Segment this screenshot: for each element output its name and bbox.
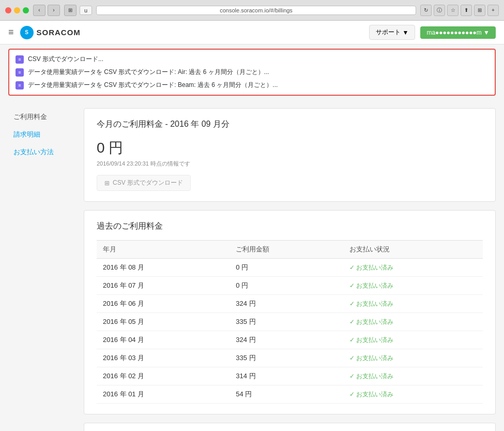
- csv-download-button[interactable]: ⊞ CSV 形式でダウンロード: [97, 175, 191, 191]
- sidebar-item-usage-fee[interactable]: ご利用料金: [8, 108, 75, 126]
- current-billing-card: 今月のご利用料金 - 2016 年 09 月分 0 円 2016/09/14 2…: [84, 108, 496, 202]
- notification-dropdown: ≡ CSV 形式でダウンロード... ≡ データ使用量実績データを CSV 形式…: [8, 49, 496, 96]
- logo-icon: S: [20, 26, 34, 39]
- notification-icon-1: ≡: [16, 55, 24, 64]
- sidebar: ご利用料金 請求明細 お支払い方法: [8, 108, 75, 431]
- share-button[interactable]: ⬆: [461, 5, 472, 16]
- address-bar[interactable]: console.soracom.io/#/billings: [96, 6, 416, 15]
- past-billing-card: 過去のご利用料金 年月 ご利用金額 お支払い状況 2016 年 08 月 0: [84, 210, 496, 414]
- cell-status-2: ✓ お支払い済み: [343, 295, 483, 313]
- close-button[interactable]: [5, 7, 11, 13]
- csv-icon: ⊞: [104, 180, 110, 187]
- cell-status-5: ✓ お支払い済み: [343, 349, 483, 367]
- cell-amount-5: 335 円: [230, 349, 343, 367]
- cell-month-2: 2016 年 06 月: [97, 295, 230, 313]
- notification-item-3[interactable]: ≡ データ使用量実績データを CSV 形式でダウンロード: Beam: 過去 6…: [9, 79, 495, 92]
- notification-item-2[interactable]: ≡ データ使用量実績データを CSV 形式でダウンロード: Air: 過去 6 …: [9, 66, 495, 79]
- notification-icon-3: ≡: [16, 81, 24, 90]
- cell-month-5: 2016 年 03 月: [97, 349, 230, 367]
- hamburger-menu[interactable]: ≡: [8, 27, 14, 38]
- billing-table: 年月 ご利用金額 お支払い状況 2016 年 08 月 0 円 ✓ お支払い済み…: [97, 240, 483, 404]
- browser-actions: ↻ ⓘ ☆ ⬆ ⊞ +: [420, 5, 499, 16]
- minimize-button[interactable]: [14, 7, 20, 13]
- maximize-button[interactable]: [23, 7, 29, 13]
- data-download-section: データ使用量実績データを CSV 形式でダウンロード Air 過去 6 ヶ月間分…: [84, 423, 496, 431]
- browser-tab[interactable]: u: [80, 6, 92, 15]
- sidebar-item-payment-method[interactable]: お支払い方法: [8, 143, 75, 161]
- table-row: 2016 年 05 月 335 円 ✓ お支払い済み: [97, 313, 483, 331]
- content-wrapper: ご利用料金 請求明細 お支払い方法 今月のご利用料金 - 2016 年 09 月…: [0, 100, 504, 431]
- current-billing-amount: 0 円: [97, 138, 483, 158]
- table-row: 2016 年 07 月 0 円 ✓ お支払い済み: [97, 277, 483, 295]
- current-billing-note: 2016/09/14 23:20:31 時点の情報です: [97, 160, 483, 168]
- refresh-button[interactable]: ↻: [420, 5, 432, 16]
- cell-month-7: 2016 年 01 月: [97, 385, 230, 404]
- cell-amount-7: 54 円: [230, 385, 343, 404]
- cell-amount-2: 324 円: [230, 295, 343, 313]
- cell-amount-1: 0 円: [230, 277, 343, 295]
- col-month: 年月: [97, 241, 230, 259]
- logo-text: SORACOM: [37, 28, 81, 37]
- cell-month-6: 2016 年 02 月: [97, 367, 230, 385]
- notification-icon-2: ≡: [16, 68, 24, 77]
- page-icon: ⊞: [64, 5, 77, 16]
- cell-amount-0: 0 円: [230, 259, 343, 277]
- browser-nav: ‹ ›: [33, 5, 60, 16]
- cell-month-4: 2016 年 04 月: [97, 331, 230, 349]
- traffic-lights: [5, 7, 29, 13]
- back-button[interactable]: ‹: [33, 5, 45, 16]
- cell-status-4: ✓ お支払い済み: [343, 331, 483, 349]
- table-row: 2016 年 02 月 314 円 ✓ お支払い済み: [97, 367, 483, 385]
- main-panel: 今月のご利用料金 - 2016 年 09 月分 0 円 2016/09/14 2…: [84, 108, 496, 431]
- cell-amount-4: 324 円: [230, 331, 343, 349]
- cell-amount-6: 314 円: [230, 367, 343, 385]
- cell-amount-3: 335 円: [230, 313, 343, 331]
- col-amount: ご利用金額: [230, 241, 343, 259]
- support-button[interactable]: サポート ▼: [369, 25, 416, 40]
- table-header-row: 年月 ご利用金額 お支払い状況: [97, 241, 483, 259]
- billing-table-wrapper: 年月 ご利用金額 お支払い状況 2016 年 08 月 0 円 ✓ お支払い済み…: [97, 240, 483, 404]
- cell-month-3: 2016 年 05 月: [97, 313, 230, 331]
- current-billing-title: 今月のご利用料金 - 2016 年 09 月分: [97, 119, 483, 130]
- sidebar-item-billing-detail[interactable]: 請求明細: [8, 126, 75, 143]
- info-button[interactable]: ⓘ: [434, 5, 445, 16]
- table-row: 2016 年 06 月 324 円 ✓ お支払い済み: [97, 295, 483, 313]
- user-menu-button[interactable]: ma●●●●●●●●●●●m ▼: [420, 26, 496, 39]
- table-row: 2016 年 01 月 54 円 ✓ お支払い済み: [97, 385, 483, 404]
- cell-status-0: ✓ お支払い済み: [343, 259, 483, 277]
- cell-status-3: ✓ お支払い済み: [343, 313, 483, 331]
- cell-month-1: 2016 年 07 月: [97, 277, 230, 295]
- browser-tab-bar: ⊞ u: [64, 5, 92, 16]
- app-header: ≡ S SORACOM サポート ▼ ma●●●●●●●●●●●m ▼: [0, 21, 504, 44]
- cell-status-7: ✓ お支払い済み: [343, 385, 483, 404]
- forward-button[interactable]: ›: [48, 5, 60, 16]
- cell-month-0: 2016 年 08 月: [97, 259, 230, 277]
- notification-item-1[interactable]: ≡ CSV 形式でダウンロード...: [9, 53, 495, 66]
- logo: S SORACOM: [20, 26, 81, 39]
- past-billing-title: 過去のご利用料金: [97, 221, 483, 232]
- new-tab-button[interactable]: +: [487, 5, 499, 16]
- cell-status-1: ✓ お支払い済み: [343, 277, 483, 295]
- col-status: お支払い状況: [343, 241, 483, 259]
- table-row: 2016 年 04 月 324 円 ✓ お支払い済み: [97, 331, 483, 349]
- browser-chrome: ‹ › ⊞ u console.soracom.io/#/billings ↻ …: [0, 0, 504, 21]
- table-row: 2016 年 03 月 335 円 ✓ お支払い済み: [97, 349, 483, 367]
- cell-status-6: ✓ お支払い済み: [343, 367, 483, 385]
- bookmark-button[interactable]: ☆: [447, 5, 459, 16]
- table-row: 2016 年 08 月 0 円 ✓ お支払い済み: [97, 259, 483, 277]
- app-container: ≡ S SORACOM サポート ▼ ma●●●●●●●●●●●m ▼ ≡ CS…: [0, 21, 504, 431]
- more-button[interactable]: ⊞: [474, 5, 485, 16]
